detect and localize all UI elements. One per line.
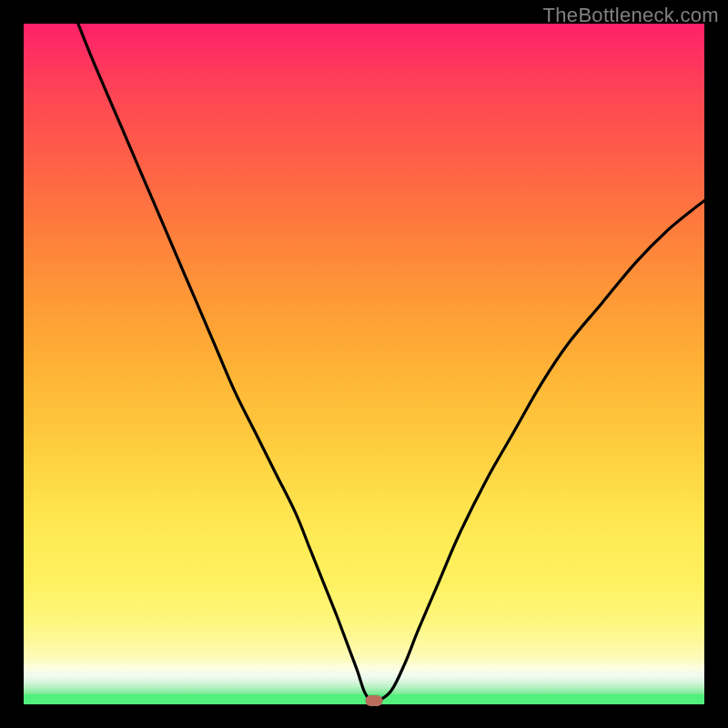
attribution-text: TheBottleneck.com xyxy=(543,4,719,27)
plot-area xyxy=(24,24,704,704)
curve-layer xyxy=(24,24,704,704)
outer-frame: TheBottleneck.com xyxy=(0,0,728,728)
bottleneck-curve xyxy=(78,24,704,703)
optimum-marker xyxy=(366,695,383,706)
